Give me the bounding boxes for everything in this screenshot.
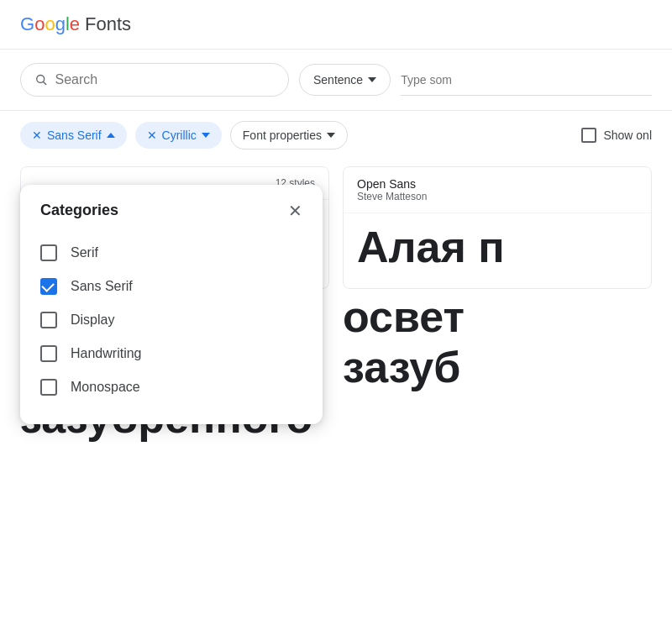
type-some-input[interactable]	[401, 65, 652, 96]
category-handwriting-label: Handwriting	[71, 346, 141, 361]
show-only-checkbox[interactable]	[581, 128, 596, 143]
font-card-2-header: Open Sans Steve Matteson	[344, 167, 651, 213]
big-text-right: освет зазуб	[343, 292, 652, 443]
category-display[interactable]: Display	[40, 303, 302, 337]
checkbox-handwriting	[40, 345, 57, 362]
sans-serif-filter-chip[interactable]: ✕ Sans Serif	[20, 122, 127, 149]
category-serif-label: Serif	[71, 245, 98, 260]
chevron-down-icon-2	[202, 133, 210, 138]
filter-row: ✕ Sans Serif ✕ Cyrillic Font properties …	[0, 111, 672, 160]
font-card-2-preview: Алая п	[344, 213, 651, 288]
category-sans-serif-label: Sans Serif	[71, 279, 133, 294]
checkbox-display	[40, 312, 57, 328]
chevron-down-icon-3	[327, 133, 335, 138]
header: Google Fonts	[0, 0, 672, 50]
chevron-up-icon	[107, 133, 115, 138]
show-only-label: Show onl	[603, 129, 652, 142]
search-bar-row: Sentence	[0, 50, 672, 111]
checkbox-serif	[40, 244, 57, 261]
sentence-dropdown-button[interactable]: Sentence	[299, 64, 391, 96]
search-icon	[34, 72, 48, 87]
cyrillic-filter-chip[interactable]: ✕ Cyrillic	[135, 122, 222, 149]
category-handwriting[interactable]: Handwriting	[40, 337, 302, 370]
font-card-2-author: Steve Matteson	[357, 191, 427, 202]
categories-dropdown: Categories ✕ Serif Sans Serif Display Ha…	[20, 185, 323, 424]
sans-serif-label: Sans Serif	[47, 129, 102, 142]
category-monospace-label: Monospace	[71, 380, 140, 395]
sentence-label: Sentence	[313, 73, 363, 87]
chevron-down-icon	[368, 77, 376, 82]
show-only-row: Show onl	[581, 128, 652, 143]
font-card-2[interactable]: Open Sans Steve Matteson Алая п	[343, 166, 652, 289]
big-text-right-line2: зазуб	[343, 343, 652, 393]
category-display-label: Display	[71, 312, 114, 328]
big-text-right-line1: освет	[343, 292, 652, 343]
checkbox-sans-serif	[40, 278, 57, 295]
font-properties-label: Font properties	[243, 129, 322, 142]
checkbox-monospace	[40, 379, 57, 396]
font-card-2-name: Open Sans	[357, 177, 427, 191]
dropdown-title: Categories	[40, 202, 118, 219]
font-card-2-line-1: Алая п	[357, 223, 638, 271]
x-icon: ✕	[32, 129, 42, 142]
logo: Google Fonts	[20, 13, 131, 35]
category-sans-serif[interactable]: Sans Serif	[40, 270, 302, 303]
category-monospace[interactable]: Monospace	[40, 370, 302, 404]
google-wordmark: Google	[20, 13, 80, 35]
dropdown-header: Categories ✕	[40, 202, 302, 219]
font-properties-filter-chip[interactable]: Font properties	[230, 121, 348, 150]
category-serif[interactable]: Serif	[40, 236, 302, 270]
fonts-wordmark: Fonts	[85, 13, 131, 35]
search-input[interactable]	[55, 72, 275, 87]
close-button[interactable]: ✕	[288, 202, 302, 219]
cyrillic-label: Cyrillic	[162, 129, 197, 142]
search-box[interactable]	[20, 63, 289, 97]
x-icon-2: ✕	[147, 129, 157, 142]
font-card-2-info: Open Sans Steve Matteson	[357, 177, 427, 202]
